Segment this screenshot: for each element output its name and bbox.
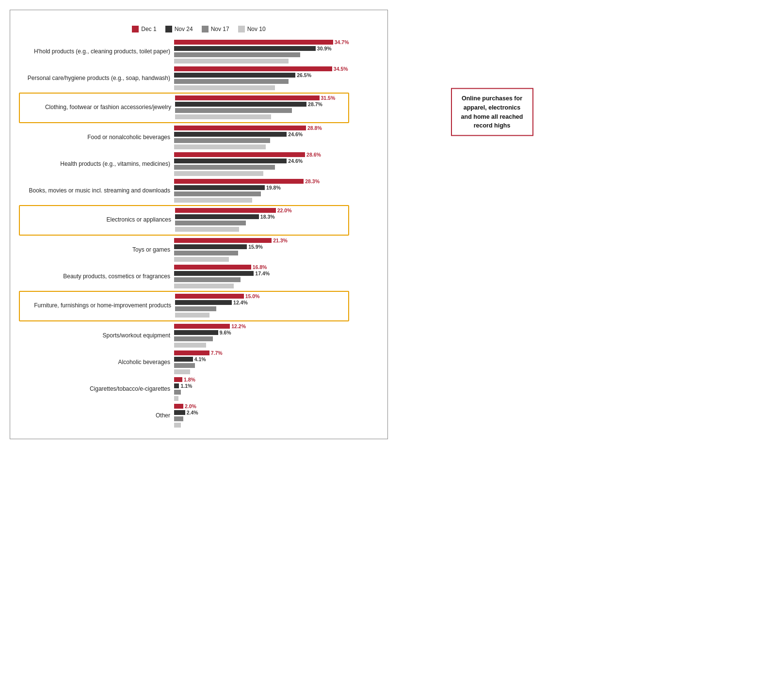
category-label: Books, movies or music incl. streaming a… <box>19 187 174 195</box>
bar-row: 28.3% <box>174 178 349 184</box>
bar-row <box>174 85 349 91</box>
category-row: Electronics or appliances22.0%18.3% <box>20 207 348 232</box>
bar-value-label: 1.1% <box>180 383 192 389</box>
bar <box>174 257 229 262</box>
bar <box>175 227 239 232</box>
category-row: Clothing, footwear or fashion accessorie… <box>20 95 348 120</box>
bar-row <box>174 197 349 203</box>
bar <box>174 410 185 415</box>
bar <box>174 416 183 421</box>
bar <box>174 404 183 409</box>
category-label: Other <box>19 412 174 420</box>
bar-value-label: 16.8% <box>253 264 267 270</box>
category-group: Electronics or appliances22.0%18.3% <box>19 205 349 236</box>
bar-value-label: 7.7% <box>211 350 223 356</box>
category-group: Toys or games21.3%15.9% <box>19 238 349 262</box>
bar-row <box>174 144 349 150</box>
category-row: Other2.0%2.4% <box>19 403 349 428</box>
bar-value-label: 28.8% <box>307 125 322 131</box>
bar-row <box>174 52 349 58</box>
bar <box>174 144 266 149</box>
bar-value-label: 15.9% <box>248 244 263 250</box>
bars-area: 12.2%9.6% <box>174 323 349 348</box>
bar <box>174 132 287 137</box>
category-row: Beauty products, cosmetics or fragrances… <box>19 264 349 289</box>
bar-row <box>175 220 348 226</box>
bar-row: 4.1% <box>174 356 349 362</box>
bar-row: 21.3% <box>174 238 349 243</box>
bar-value-label: 19.8% <box>266 185 281 191</box>
bar <box>174 79 289 84</box>
bar-row: 31.5% <box>175 95 348 101</box>
bars-area: 31.5%28.7% <box>175 95 348 120</box>
bar-value-label: 15.0% <box>245 293 260 299</box>
bar-row <box>174 389 349 395</box>
bar-row: 24.6% <box>174 131 349 137</box>
bar-row: 28.6% <box>174 152 349 158</box>
category-label: H'hold products (e.g., cleaning products… <box>19 48 174 56</box>
category-row: Food or nonalcoholic beverages28.8%24.6% <box>19 125 349 150</box>
bar-row: 15.0% <box>175 293 348 299</box>
bar-row <box>174 171 349 176</box>
category-label: Furniture, furnishings or home-improveme… <box>20 302 175 310</box>
category-label: Personal care/hygiene products (e.g., so… <box>19 75 174 82</box>
legend-item: Nov 17 <box>202 26 229 32</box>
category-label: Beauty products, cosmetics or fragrances <box>19 273 174 281</box>
bar-row: 28.7% <box>175 101 348 107</box>
category-label: Toys or games <box>19 246 174 254</box>
bar-row: 2.4% <box>174 410 349 415</box>
bar-row: 19.8% <box>174 185 349 191</box>
bar <box>174 198 252 203</box>
bar-row <box>174 342 349 348</box>
bar-row <box>175 108 348 113</box>
bar-row: 28.8% <box>174 125 349 131</box>
bar <box>174 66 332 71</box>
bar <box>174 159 287 163</box>
bar-row: 16.8% <box>174 264 349 270</box>
bar <box>174 179 304 184</box>
bars-area: 28.6%24.6% <box>174 152 349 176</box>
category-row: Sports/workout equipment12.2%9.6% <box>19 323 349 348</box>
bar <box>174 369 190 374</box>
annotation-box: Online purchases for apparel, electronic… <box>451 88 533 136</box>
bar-row <box>174 164 349 170</box>
category-group: Health products (e.g., vitamins, medicin… <box>19 152 349 176</box>
bar-row <box>175 306 348 312</box>
bar <box>174 152 305 157</box>
bars-area: 28.8%24.6% <box>174 125 349 150</box>
bar-value-label: 31.5% <box>321 95 336 101</box>
bars-area: 22.0%18.3% <box>175 207 348 232</box>
bar <box>174 40 333 45</box>
bar-row <box>174 138 349 143</box>
bar <box>174 238 272 243</box>
category-group: Other2.0%2.4% <box>19 403 349 428</box>
bar <box>174 343 206 348</box>
category-row: Furniture, furnishings or home-improveme… <box>20 293 348 318</box>
bar <box>174 171 263 176</box>
bar-value-label: 2.4% <box>187 410 198 415</box>
bar-row: 34.7% <box>174 39 349 45</box>
category-label: Clothing, footwear or fashion accessorie… <box>20 104 175 111</box>
bar-row: 26.5% <box>174 72 349 78</box>
bar <box>175 114 271 119</box>
bars-area: 15.0%12.4% <box>175 293 348 318</box>
bar <box>174 52 300 57</box>
bar <box>174 423 181 428</box>
bar-value-label: 28.7% <box>308 101 322 107</box>
bar-row <box>174 191 349 197</box>
rows-column: H'hold products (e.g., cleaning products… <box>19 39 349 430</box>
bar-value-label: 9.6% <box>220 330 231 335</box>
category-row: Personal care/hygiene products (e.g., so… <box>19 66 349 91</box>
bar-row <box>175 312 348 318</box>
bar <box>175 294 244 299</box>
bar <box>174 244 247 249</box>
category-row: Health products (e.g., vitamins, medicin… <box>19 152 349 176</box>
bars-area: 1.8%1.1% <box>174 377 349 401</box>
bar-row: 7.7% <box>174 350 349 356</box>
bar <box>174 185 265 190</box>
bar-value-label: 2.0% <box>185 403 196 409</box>
bar-row: 1.8% <box>174 377 349 382</box>
bar <box>174 390 181 395</box>
category-group: Books, movies or music incl. streaming a… <box>19 178 349 203</box>
bar-value-label: 18.3% <box>260 214 275 220</box>
